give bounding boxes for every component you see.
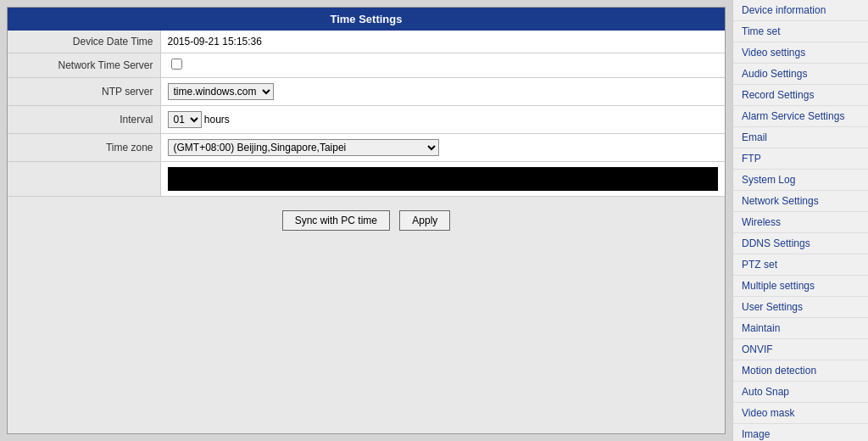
table-row: Device Date Time 2015-09-21 15:15:36 xyxy=(8,31,725,53)
ntp-server-value: time.windows.com xyxy=(160,78,725,106)
timezone-select[interactable]: (GMT+08:00) Beijing,Singapore,Taipei xyxy=(168,139,439,156)
sidebar-item-maintain[interactable]: Maintain xyxy=(733,318,868,339)
apply-button[interactable]: Apply xyxy=(399,210,450,231)
table-row: Interval 01 hours xyxy=(8,106,725,134)
sidebar-item-alarm-service-settings[interactable]: Alarm Service Settings xyxy=(733,106,868,127)
sidebar-item-audio-settings[interactable]: Audio Settings xyxy=(733,64,868,85)
sidebar-item-time-set[interactable]: Time set xyxy=(733,21,868,42)
interval-unit: hours xyxy=(204,114,230,126)
sidebar-item-ftp[interactable]: FTP xyxy=(733,148,868,170)
timezone-label: Time zone xyxy=(8,134,160,162)
sidebar-item-video-mask[interactable]: Video mask xyxy=(733,403,868,424)
empty-label xyxy=(8,162,160,197)
panel-title: Time Settings xyxy=(8,8,725,31)
sidebar-item-device-information[interactable]: Device information xyxy=(733,0,868,21)
sidebar-item-motion-detection[interactable]: Motion detection xyxy=(733,360,868,382)
sidebar-item-video-settings[interactable]: Video settings xyxy=(733,42,868,64)
ntp-server-select[interactable]: time.windows.com xyxy=(168,83,274,100)
sidebar-item-user-settings[interactable]: User Settings xyxy=(733,297,868,318)
network-time-server-checkbox[interactable] xyxy=(171,59,182,70)
sidebar-item-image[interactable]: Image xyxy=(733,424,868,441)
settings-panel: Time Settings Device Date Time 2015-09-2… xyxy=(7,7,726,434)
sidebar-item-ddns-settings[interactable]: DDNS Settings xyxy=(733,233,868,254)
ntp-server-label: NTP server xyxy=(8,78,160,106)
table-row xyxy=(8,162,725,197)
table-row: Network Time Server xyxy=(8,53,725,78)
network-time-server-label: Network Time Server xyxy=(8,53,160,78)
sidebar-item-onvif[interactable]: ONVIF xyxy=(733,339,868,360)
settings-table: Device Date Time 2015-09-21 15:15:36 Net… xyxy=(8,31,725,197)
interval-select[interactable]: 01 xyxy=(168,111,202,128)
black-bar xyxy=(168,167,719,191)
main-content: Time Settings Device Date Time 2015-09-2… xyxy=(0,0,732,441)
timezone-value: (GMT+08:00) Beijing,Singapore,Taipei xyxy=(160,134,725,162)
table-row: NTP server time.windows.com xyxy=(8,78,725,106)
device-date-time-label: Device Date Time xyxy=(8,31,160,53)
sidebar-item-record-settings[interactable]: Record Settings xyxy=(733,85,868,106)
sidebar-item-network-settings[interactable]: Network Settings xyxy=(733,191,868,212)
sidebar-item-multiple-settings[interactable]: Multiple settings xyxy=(733,276,868,297)
network-time-server-value xyxy=(160,53,725,78)
sidebar-item-system-log[interactable]: System Log xyxy=(733,170,868,191)
sidebar: Device informationTime setVideo settings… xyxy=(732,0,868,441)
sidebar-item-wireless[interactable]: Wireless xyxy=(733,212,868,233)
sync-button[interactable]: Sync with PC time xyxy=(282,210,390,231)
black-bar-cell xyxy=(160,162,725,197)
sidebar-item-email[interactable]: Email xyxy=(733,127,868,148)
table-row: Time zone (GMT+08:00) Beijing,Singapore,… xyxy=(8,134,725,162)
sidebar-item-auto-snap[interactable]: Auto Snap xyxy=(733,382,868,403)
sidebar-item-ptz-set[interactable]: PTZ set xyxy=(733,254,868,276)
device-date-time-value: 2015-09-21 15:15:36 xyxy=(160,31,725,53)
button-row: Sync with PC time Apply xyxy=(8,197,725,244)
interval-value: 01 hours xyxy=(160,106,725,134)
interval-label: Interval xyxy=(8,106,160,134)
